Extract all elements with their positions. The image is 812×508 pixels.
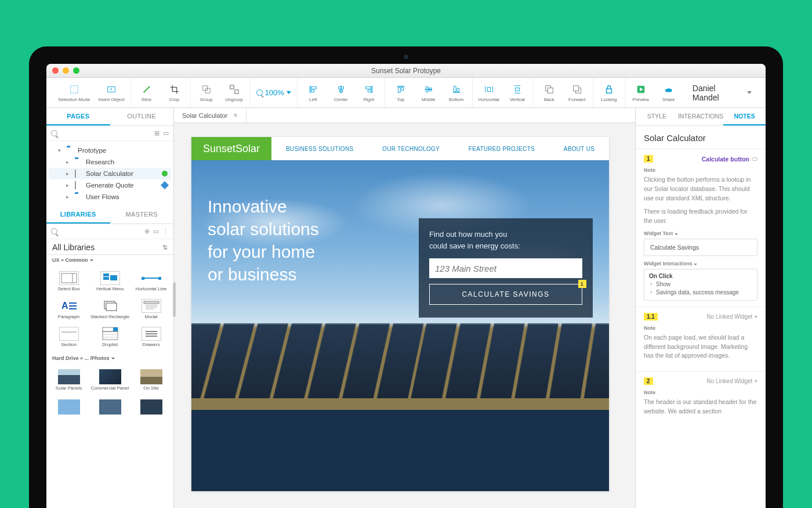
doc-tab-solar-calculator[interactable]: Solar Calculator × — [174, 108, 246, 123]
canvas-scroll[interactable]: SunsetSolar BUSINESS SOLUTIONS OUR TECHN… — [174, 123, 635, 508]
nav-about[interactable]: ABOUT US — [564, 146, 594, 152]
libraries-search: ⊕ ▭ ⋮ — [46, 224, 173, 239]
traffic-lights — [52, 67, 79, 74]
preview-button[interactable]: Preview — [631, 84, 651, 102]
lib-item-modal[interactable]: Modal — [131, 297, 171, 322]
scrollbar-thumb[interactable] — [173, 282, 176, 317]
chevron-down-icon — [747, 91, 752, 94]
locking-button[interactable]: Locking — [599, 84, 619, 102]
svg-rect-45 — [158, 277, 161, 280]
status-blue-icon — [161, 181, 169, 189]
photo-thumb[interactable] — [90, 397, 130, 417]
calculate-savings-button[interactable]: CALCULATE SAVINGS 1 — [429, 284, 582, 305]
add-folder-icon[interactable]: ▭ — [163, 129, 169, 137]
tree-item-prototype[interactable]: ▾ Prototype — [49, 145, 171, 156]
main-layout: PAGES OUTLINE ⊞ ▭ ▾ Prototype — [46, 108, 766, 508]
mockup-logo[interactable]: SunsetSolar — [191, 137, 271, 160]
tree-item-generate-quote[interactable]: ▸ Generate Quote — [49, 179, 171, 191]
photo-thumb[interactable] — [131, 397, 171, 417]
lib-action-icon[interactable]: ▭ — [153, 228, 159, 235]
libraries-search-input[interactable] — [57, 228, 144, 235]
photo-commercial-panel[interactable]: Commercial Panel — [90, 367, 130, 394]
document-tabs: Solar Calculator × — [174, 108, 635, 123]
lib-menu-icon[interactable]: ⋮ — [162, 228, 169, 235]
camera-dot — [404, 55, 408, 59]
minimize-window-button[interactable] — [63, 67, 69, 74]
tab-interactions[interactable]: INTERACTIONS — [678, 108, 723, 125]
tab-masters[interactable]: MASTERS — [110, 206, 174, 224]
distribute-horizontal-button[interactable]: Horizontal — [478, 84, 499, 102]
lib-item-paragraph[interactable]: AParagraph — [49, 297, 89, 322]
libraries-breadcrumb[interactable]: UX » Common — [46, 255, 173, 265]
lib-item-droplist[interactable]: Droplist — [90, 325, 130, 350]
lib-item-section[interactable]: Section — [49, 325, 89, 350]
crop-button[interactable]: Crop — [165, 84, 184, 102]
nav-technology[interactable]: OUR TECHNOLOGY — [382, 146, 440, 152]
app-window: Sunset Solar Protoype Selection Mode + I… — [46, 64, 766, 508]
lib-item-select-box[interactable]: Select Box — [49, 269, 89, 294]
tab-pages[interactable]: PAGES — [46, 108, 110, 125]
tree-item-research[interactable]: ▸ Research — [49, 156, 171, 168]
chevron-down-icon — [287, 91, 291, 94]
slice-button[interactable]: Slice — [137, 84, 157, 102]
align-top-button[interactable]: Top — [391, 84, 411, 102]
close-tab-icon[interactable]: × — [233, 111, 238, 120]
libraries-dropdown[interactable]: All Libraries ⇅ — [46, 239, 173, 255]
send-back-button[interactable]: Back — [539, 84, 559, 102]
share-button[interactable]: Share — [659, 84, 679, 102]
svg-rect-40 — [103, 273, 109, 276]
selection-mode-button[interactable]: Selection Mode — [58, 84, 90, 102]
photo-thumb[interactable] — [49, 397, 89, 417]
note-no-linked-widget[interactable]: No Linked Widget + — [706, 378, 757, 384]
lib-item-vertical-menu[interactable]: Vertical Menu — [90, 269, 130, 294]
svg-rect-52 — [144, 301, 159, 304]
close-window-button[interactable] — [52, 67, 59, 74]
tab-libraries[interactable]: LIBRARIES — [46, 206, 110, 224]
nav-business[interactable]: BUSINESS SOLUTIONS — [286, 146, 354, 152]
photo-on-site[interactable]: On Site — [131, 367, 171, 394]
hero-headline: Innovative solar solutions for your home… — [208, 195, 319, 286]
pages-search-input[interactable] — [57, 130, 154, 137]
align-middle-button[interactable]: Middle — [419, 84, 438, 102]
tree-item-solar-calculator[interactable]: ▸ Solar Calculator — [49, 168, 171, 179]
photo-solar-panels[interactable]: Solar Panels — [49, 367, 89, 394]
lib-action-icon[interactable]: ⊕ — [144, 228, 150, 235]
note-linked-widget[interactable]: Calculate button — [702, 156, 757, 163]
tab-style[interactable]: STYLE — [636, 108, 678, 125]
bring-forward-button[interactable]: Forward — [567, 84, 587, 102]
distribute-vertical-button[interactable]: Vertical — [507, 84, 527, 102]
tab-notes[interactable]: NOTES — [723, 108, 766, 125]
align-bottom-button[interactable]: Bottom — [447, 84, 466, 102]
widget-text-field[interactable]: Calculate Savings — [644, 239, 757, 256]
address-input[interactable] — [429, 258, 582, 278]
zoom-control[interactable]: 100% — [256, 88, 291, 97]
align-center-button[interactable]: Center — [331, 84, 351, 102]
svg-rect-24 — [454, 86, 456, 91]
tree-item-user-flows[interactable]: ▸ User Flows — [49, 191, 171, 203]
svg-rect-6 — [230, 85, 233, 88]
widget-interactions-label[interactable]: Widget Interactions — [644, 261, 757, 266]
user-menu[interactable]: Daniel Mandel — [684, 84, 760, 102]
group-button[interactable]: Group — [197, 84, 216, 102]
lib-item-horizontal-line[interactable]: Horizontal Line — [131, 269, 171, 294]
align-right-button[interactable]: Right — [359, 84, 379, 102]
nav-projects[interactable]: FEATURED PROJECTS — [469, 146, 535, 152]
mockup-hero: Innovative solar solutions for your home… — [191, 160, 609, 410]
align-left-button[interactable]: Left — [303, 84, 323, 102]
interaction-list[interactable]: On Click Show Savings data, success mess… — [644, 269, 757, 301]
calculator-card: Find out how much you could save in ener… — [419, 218, 593, 318]
photos-breadcrumb[interactable]: Hard Drive » ... /Photos — [46, 353, 173, 363]
link-icon — [752, 157, 757, 161]
lib-item-drawers[interactable]: Drawers — [131, 325, 171, 350]
widget-text-label[interactable]: Widget Text — [644, 230, 757, 236]
mockup-below-fold — [191, 410, 609, 491]
insert-object-button[interactable]: + Insert Object — [98, 84, 124, 102]
lib-item-stacked-rectangle[interactable]: Stacked Rectangle — [90, 297, 130, 322]
note-1-1: 1.1 No Linked Widget + Note On each page… — [636, 307, 766, 372]
note-no-linked-widget[interactable]: No Linked Widget + — [706, 314, 757, 320]
tab-outline[interactable]: OUTLINE — [110, 108, 174, 125]
add-page-icon[interactable]: ⊞ — [154, 129, 160, 137]
ungroup-button[interactable]: Ungroup — [224, 84, 244, 102]
calc-prompt: Find out how much you could save in ener… — [429, 229, 582, 251]
maximize-window-button[interactable] — [73, 67, 79, 74]
